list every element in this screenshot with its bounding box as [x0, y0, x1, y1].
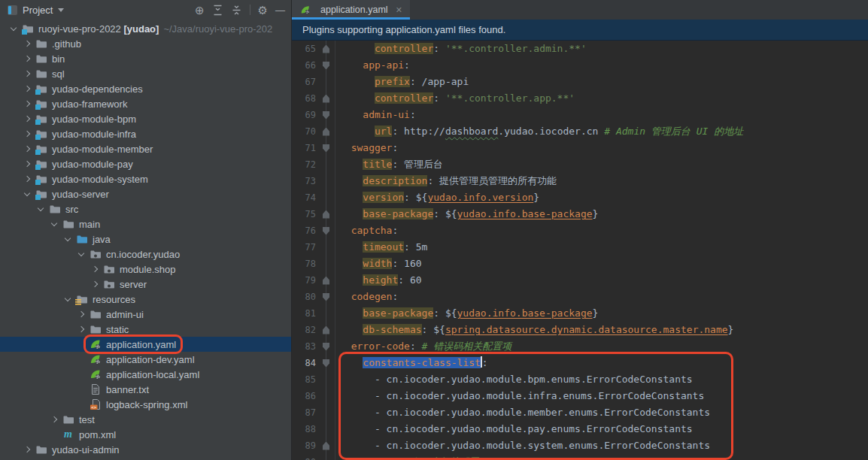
code-line-85[interactable]: 85 - cn.iocoder.yudao.module.bpm.enums.E…: [292, 371, 868, 388]
code-line-86[interactable]: 86 - cn.iocoder.yudao.module.infra.enums…: [292, 388, 868, 404]
chevron-right-icon[interactable]: [23, 71, 32, 76]
dropdown-caret-icon[interactable]: [58, 8, 64, 12]
code-line-77[interactable]: 77 timeout: 5m: [292, 239, 868, 256]
collapse-all-icon[interactable]: [231, 5, 242, 16]
code-line-84[interactable]: 84 constants-class-list:: [292, 355, 868, 371]
fold-end-icon[interactable]: [317, 437, 335, 454]
code-line-65[interactable]: 65 controller: '**.controller.admin.**': [292, 41, 868, 57]
tree-item-yudao-module-member[interactable]: yudao-module-member: [0, 141, 291, 156]
chevron-right-icon[interactable]: [77, 312, 86, 316]
chevron-right-icon[interactable]: [23, 101, 32, 106]
fold-end-icon[interactable]: [317, 322, 335, 338]
tree-item-test[interactable]: test: [0, 412, 291, 427]
tree-item-yudao-module-pay[interactable]: yudao-module-pay: [0, 156, 291, 171]
fold-start-icon[interactable]: [317, 338, 335, 355]
tree-item-main[interactable]: main: [0, 216, 291, 232]
expand-all-icon[interactable]: [212, 5, 223, 16]
fold-end-icon[interactable]: [317, 123, 335, 140]
tree-item-sql[interactable]: sql: [0, 66, 291, 81]
chevron-right-icon[interactable]: [23, 147, 32, 151]
chevron-down-icon[interactable]: [36, 208, 45, 210]
chevron-down-icon[interactable]: [50, 223, 59, 225]
code-line-71[interactable]: 71 swagger:: [292, 140, 868, 156]
tree-item-pom.xml[interactable]: mpom.xml: [0, 427, 291, 442]
tree-item-yudao-module-system[interactable]: yudao-module-system: [0, 171, 291, 186]
chevron-down-icon[interactable]: [63, 238, 72, 241]
project-panel-title[interactable]: Project: [23, 5, 53, 16]
code-editor[interactable]: 65 controller: '**.controller.admin.**'6…: [292, 41, 868, 460]
chevron-right-icon[interactable]: [50, 417, 59, 422]
chevron-right-icon[interactable]: [23, 177, 32, 181]
tree-item-cn.iocoder.yudao[interactable]: cn.iocoder.yudao: [0, 247, 291, 262]
tree-item-application-local.yaml[interactable]: application-local.yaml: [0, 367, 291, 382]
tree-item-java[interactable]: java: [0, 232, 291, 247]
fold-end-icon[interactable]: [317, 41, 335, 57]
tree-item-static[interactable]: static: [0, 322, 291, 337]
fold-start-icon[interactable]: [317, 222, 335, 239]
tab-close-icon[interactable]: ✕: [396, 5, 402, 15]
chevron-down-icon[interactable]: [77, 253, 86, 256]
code-line-70[interactable]: 70 url: http://dashboard.yudao.iocoder.c…: [292, 123, 868, 140]
code-line-78[interactable]: 78 width: 160: [292, 256, 868, 272]
tree-item-yudao-ui-app[interactable]: yudao-ui-app: [0, 457, 291, 460]
code-line-75[interactable]: 75 base-package: ${yudao.info.base-packa…: [292, 206, 868, 222]
tree-item-ruoyi-vue-pro-2022[interactable]: ruoyi-vue-pro-2022 [yudao]~/Java/ruoyi-v…: [0, 21, 291, 36]
tree-item-application-dev.yaml[interactable]: application-dev.yaml: [0, 352, 291, 367]
code-line-87[interactable]: 87 - cn.iocoder.yudao.module.member.enum…: [292, 404, 868, 421]
tree-item-server[interactable]: server: [0, 277, 291, 292]
chevron-right-icon[interactable]: [23, 162, 32, 166]
settings-gear-icon[interactable]: ⚙: [258, 5, 268, 16]
chevron-down-icon[interactable]: [63, 298, 72, 301]
hide-panel-icon[interactable]: —: [275, 5, 285, 15]
tree-item-banner.txt[interactable]: banner.txt: [0, 382, 291, 397]
fold-end-icon[interactable]: [317, 206, 335, 222]
fold-start-icon[interactable]: [317, 57, 335, 74]
code-line-69[interactable]: 69 admin-ui:: [292, 107, 868, 123]
fold-start-icon[interactable]: [317, 289, 335, 305]
code-line-68[interactable]: 68 controller: '**.controller.app.**': [292, 90, 868, 107]
tree-item-admin-ui[interactable]: admin-ui: [0, 307, 291, 322]
fold-end-icon[interactable]: [317, 272, 335, 289]
tree-item-yudao-server[interactable]: yudao-server: [0, 186, 291, 201]
tree-item-application.yaml[interactable]: application.yaml: [0, 337, 291, 352]
code-line-80[interactable]: 80 codegen:: [292, 289, 868, 305]
fold-start-icon[interactable]: [317, 355, 335, 371]
code-line-66[interactable]: 66 app-api:: [292, 57, 868, 74]
tree-item-logback-spring.xml[interactable]: <>logback-spring.xml: [0, 397, 291, 412]
code-line-89[interactable]: 89 - cn.iocoder.yudao.module.system.enum…: [292, 437, 868, 454]
tree-item-yudao-ui-admin[interactable]: yudao-ui-admin: [0, 442, 291, 457]
code-line-73[interactable]: 73 description: 提供管理员管理的所有功能: [292, 173, 868, 189]
chevron-right-icon[interactable]: [23, 41, 32, 46]
code-line-88[interactable]: 88 - cn.iocoder.yudao.module.pay.enums.E…: [292, 421, 868, 437]
code-line-83[interactable]: 83 error-code: # 错误码相关配置项: [292, 338, 868, 355]
chevron-down-icon[interactable]: [9, 28, 18, 30]
code-line-79[interactable]: 79 height: 60: [292, 272, 868, 289]
code-line-81[interactable]: 81 base-package: ${yudao.info.base-packa…: [292, 305, 868, 322]
chevron-right-icon[interactable]: [23, 56, 32, 61]
chevron-right-icon[interactable]: [23, 447, 32, 452]
tree-item-yudao-framework[interactable]: yudao-framework: [0, 96, 291, 111]
code-line-67[interactable]: 67 prefix: /app-api: [292, 74, 868, 90]
tree-item-src[interactable]: src: [0, 201, 291, 216]
code-line-74[interactable]: 74 version: ${yudao.info.version}: [292, 189, 868, 206]
tree-item-bin[interactable]: bin: [0, 51, 291, 66]
chevron-right-icon[interactable]: [23, 86, 32, 91]
tree-item-yudao-module-infra[interactable]: yudao-module-infra: [0, 126, 291, 141]
tree-item-yudao-dependencies[interactable]: yudao-dependencies: [0, 81, 291, 96]
chevron-right-icon[interactable]: [23, 132, 32, 136]
tree-item-.github[interactable]: .github: [0, 36, 291, 51]
chevron-right-icon[interactable]: [90, 282, 99, 286]
fold-start-icon[interactable]: [317, 107, 335, 123]
tab-application-yaml[interactable]: application.yaml ✕: [292, 0, 410, 20]
fold-end-icon[interactable]: [317, 90, 335, 107]
fold-start-icon[interactable]: [317, 140, 335, 156]
chevron-right-icon[interactable]: [90, 267, 99, 271]
plugin-notification-banner[interactable]: Plugins supporting application.yaml file…: [292, 20, 868, 41]
chevron-down-icon[interactable]: [23, 193, 32, 195]
tree-item-yudao-module-bpm[interactable]: yudao-module-bpm: [0, 111, 291, 126]
code-line-76[interactable]: 76 captcha:: [292, 222, 868, 239]
locate-icon[interactable]: ⊕: [195, 5, 205, 16]
chevron-right-icon[interactable]: [23, 117, 32, 121]
chevron-right-icon[interactable]: [77, 327, 86, 331]
tree-item-resources[interactable]: resources: [0, 292, 291, 307]
